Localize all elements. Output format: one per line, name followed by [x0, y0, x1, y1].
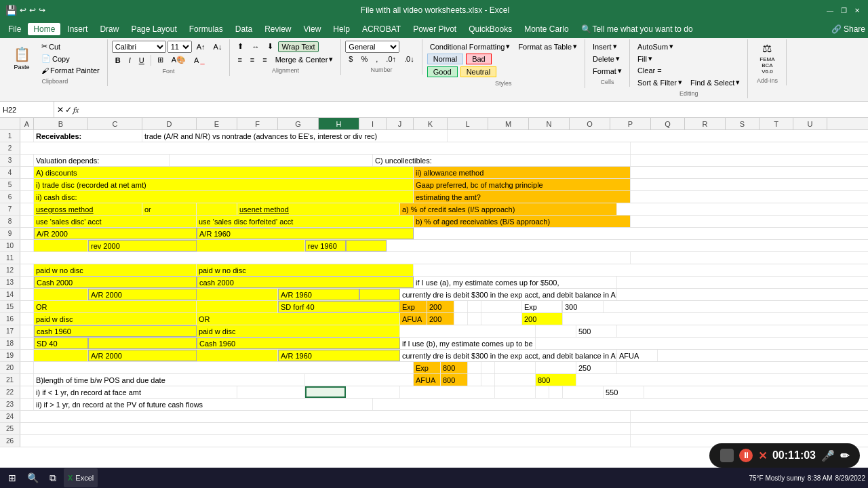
cell-c3[interactable]	[170, 155, 373, 166]
underline-btn[interactable]: U	[136, 55, 148, 66]
cell-l21[interactable]: 800	[441, 374, 468, 386]
wrap-text-btn[interactable]: Wrap Text	[278, 41, 318, 52]
col-header-r[interactable]: R	[685, 118, 726, 129]
cell-b21[interactable]: B)length of time b/w POS and due date	[34, 374, 305, 386]
col-header-k[interactable]: K	[414, 118, 448, 129]
cell-r15[interactable]: Exp	[522, 301, 563, 312]
format-cells-btn[interactable]: Format ▾	[589, 65, 625, 77]
cell-k19[interactable]: currently dre is debit $300 in the exp a…	[400, 350, 617, 361]
menu-power-pivot[interactable]: Power Pivot	[408, 23, 462, 35]
cell-c10[interactable]: rev 2000	[88, 240, 197, 251]
cell-k15-exp[interactable]: Exp	[400, 301, 427, 312]
cell-b7[interactable]: use gross method	[34, 203, 142, 215]
formula-input[interactable]	[81, 102, 868, 117]
col-header-j[interactable]: J	[387, 118, 414, 129]
cell-f8[interactable]: use 'sales disc forfeited' acct	[197, 216, 414, 227]
cell-f13[interactable]: cash 2000	[197, 277, 414, 288]
cut-btn[interactable]: ✂ Cut	[38, 41, 103, 52]
col-header-c[interactable]: C	[88, 118, 142, 129]
fill-btn[interactable]: Fill ▾	[634, 53, 656, 64]
increase-font-btn[interactable]: A↑	[193, 41, 209, 52]
cell-k21-afua[interactable]: AFUA	[414, 374, 441, 386]
col-header-o[interactable]: O	[570, 118, 610, 129]
style-neutral[interactable]: Neutral	[460, 66, 496, 77]
cell-f16[interactable]: OR	[197, 313, 400, 325]
menu-acrobat[interactable]: ACROBAT	[357, 23, 406, 35]
cell-b12[interactable]: paid w no disc	[34, 264, 197, 276]
cell-r21[interactable]: 800	[536, 374, 576, 386]
cell-c14[interactable]: A/R 2000	[88, 289, 197, 300]
menu-search[interactable]: 🔍 Tell me what you want to do	[576, 23, 698, 35]
number-format-select[interactable]: General	[345, 41, 399, 53]
dec-inc-btn[interactable]: .0↑	[382, 54, 399, 64]
delete-cells-btn[interactable]: Delete ▾	[589, 53, 623, 64]
cell-g19[interactable]: A/R 1960	[278, 350, 400, 361]
menu-data[interactable]: Data	[230, 23, 258, 35]
format-painter-btn[interactable]: 🖌 Format Painter	[38, 65, 103, 76]
share-btn[interactable]: 🔗 Share	[831, 24, 865, 34]
style-normal[interactable]: Normal	[427, 54, 463, 64]
close-btn[interactable]: ✕	[852, 5, 863, 16]
insert-cells-btn[interactable]: Insert ▾	[589, 41, 620, 52]
recording-stop-btn[interactable]	[720, 449, 734, 462]
cell-k14[interactable]: currently dre is debit $300 in the exp a…	[400, 289, 617, 300]
cell-l15[interactable]: 200	[427, 301, 454, 312]
menu-home[interactable]: Home	[28, 23, 60, 35]
minimize-btn[interactable]: —	[825, 5, 835, 16]
bold-btn[interactable]: B	[112, 55, 124, 66]
style-bad[interactable]: Bad	[466, 54, 492, 64]
col-header-i[interactable]: I	[359, 118, 387, 129]
quick-save[interactable]: ↩	[20, 5, 26, 15]
percent-btn[interactable]: %	[357, 54, 371, 64]
col-header-u[interactable]: U	[793, 118, 827, 129]
cell-b6[interactable]: ii) cash disc:	[34, 191, 414, 203]
recording-pause-btn[interactable]: ⏸	[739, 449, 753, 462]
undo-btn[interactable]: ↩	[29, 5, 36, 15]
autosum-btn[interactable]: AutoSum ▾	[634, 41, 677, 52]
start-btn[interactable]: ⊞	[3, 468, 22, 487]
find-select-btn[interactable]: Find & Select ▾	[687, 77, 743, 88]
search-taskbar-btn[interactable]: 🔍	[23, 468, 42, 487]
cell-k7[interactable]: a) % of credit sales (I/S approach)	[400, 203, 617, 215]
cell-k4[interactable]: ii) allowance method	[414, 167, 631, 178]
cell-k8[interactable]: b) % of aged receivables (B/S approach)	[414, 216, 631, 227]
cell-a4[interactable]	[20, 167, 34, 178]
menu-review[interactable]: Review	[259, 23, 296, 35]
col-header-e[interactable]: E	[197, 118, 237, 129]
cell-a3[interactable]	[20, 155, 34, 166]
redo-btn[interactable]: ↪	[39, 5, 45, 15]
font-color-btn[interactable]: A_	[191, 55, 208, 66]
cell-k13[interactable]: if I use (a), my estimate comes up for $…	[414, 277, 617, 288]
cell-b2[interactable]	[20, 142, 631, 154]
comma-btn[interactable]: ,	[372, 54, 381, 64]
cell-b18[interactable]: SD 40	[34, 338, 88, 349]
style-good[interactable]: Good	[427, 66, 458, 77]
insert-function-icon[interactable]: 𝑓𝑥	[73, 105, 79, 115]
cell-a1[interactable]	[20, 130, 34, 142]
align-bot-btn[interactable]: ⬇	[264, 41, 277, 52]
cell-l20[interactable]: 800	[441, 362, 468, 373]
col-header-t[interactable]: T	[760, 118, 793, 129]
cell-b17[interactable]: cash 1960	[34, 325, 197, 337]
cond-format-btn[interactable]: Conditional Formatting ▾	[427, 41, 514, 52]
taskbar-excel-btn[interactable]: X Excel	[64, 468, 98, 487]
cell-b13[interactable]: Cash 2000	[34, 277, 197, 288]
cell-b4[interactable]: A) discounts	[34, 167, 414, 178]
cell-b5[interactable]: i) trade disc (recorded at net amt)	[34, 179, 414, 190]
cell-h22[interactable]	[305, 386, 346, 398]
decrease-font-btn[interactable]: A↓	[210, 41, 226, 52]
cell-k20-exp[interactable]: Exp	[414, 362, 441, 373]
menu-draw[interactable]: Draw	[94, 23, 124, 35]
merge-center-btn[interactable]: Merge & Center ▾	[272, 54, 337, 65]
cancel-formula-icon[interactable]: ✕	[57, 105, 64, 115]
cell-f14[interactable]: A/R 1960	[278, 289, 359, 300]
cell-f7[interactable]: use net method	[237, 203, 400, 215]
fill-color-btn[interactable]: A🎨	[168, 54, 189, 66]
align-center-btn[interactable]: ≡	[247, 54, 258, 65]
menu-page-layout[interactable]: Page Layout	[125, 23, 182, 35]
col-header-s[interactable]: S	[726, 118, 760, 129]
menu-view[interactable]: View	[298, 23, 327, 35]
font-size-select[interactable]: 11	[167, 41, 192, 53]
col-header-p[interactable]: P	[610, 118, 651, 129]
fema-btn[interactable]: ⚖ FEMA BCA V6.0	[752, 41, 782, 76]
